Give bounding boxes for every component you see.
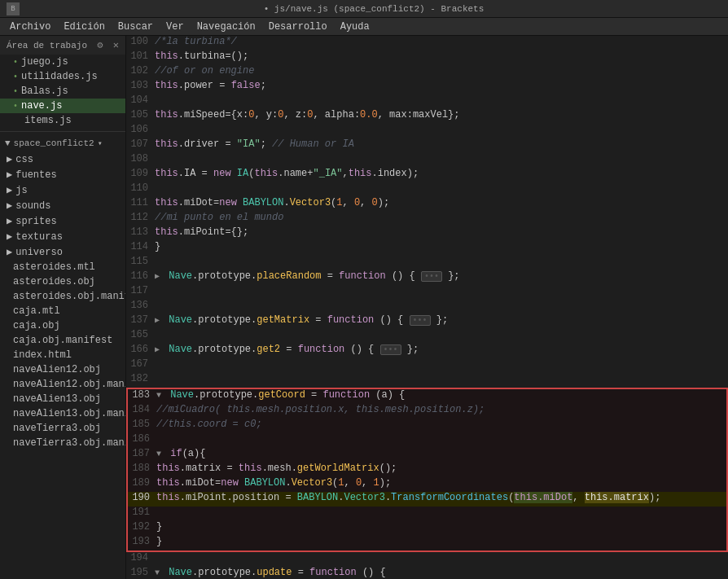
code-line-103: 103 this.power = false; — [126, 80, 728, 94]
code-line-114: 114 } — [126, 241, 728, 256]
code-line-113: 113 this.miPoint={}; — [126, 226, 728, 241]
code-line-191: 191 — [128, 507, 726, 521]
code-line-195: 195 ▼ Nave.prototype.update = function (… — [126, 567, 728, 579]
code-line-192: 192 } — [128, 521, 726, 536]
code-area[interactable]: 100 /*la turbina*/ 101 this.turbina=(); … — [126, 36, 728, 579]
project-header[interactable]: ▼ space_conflict2 ▾ — [0, 135, 125, 151]
code-line-187: 187 ▼ if(a){ — [128, 448, 726, 463]
code-line-104: 104 — [126, 94, 728, 109]
menu-desarrollo[interactable]: Desarrollo — [262, 20, 334, 34]
main-layout: Área de trabajo ⚙ ✕ • juego.js • utilida… — [0, 36, 728, 579]
file-naveTierra3[interactable]: naveTierra3.obj — [0, 421, 125, 436]
code-line-109: 109 this.IA = new IA(this.name+"_IA",thi… — [126, 168, 728, 182]
code-line-116: 116 ▶ Nave.prototype.placeRandom = funct… — [126, 270, 728, 285]
code-line-111: 111 this.miDot=new BABYLON.Vector3(1, 0,… — [126, 197, 728, 212]
menu-ayuda[interactable]: Ayuda — [334, 20, 376, 34]
folder-fuentes[interactable]: ▶ fuentes — [0, 167, 125, 182]
file-navealien13-manif[interactable]: naveAlien13.obj.manif — [0, 406, 125, 421]
file-asteroides-manifest[interactable]: asteroides.obj.manifest — [0, 289, 125, 304]
code-line-101: 101 this.turbina=(); — [126, 50, 728, 65]
folder-sounds[interactable]: ▶ sounds — [0, 198, 125, 213]
folder-texturas[interactable]: ▶ texturas — [0, 229, 125, 244]
window-title: • js/nave.js (space_conflict2) - Bracket… — [26, 4, 721, 14]
menu-ver[interactable]: Ver — [160, 20, 191, 34]
code-line-185: 185 //this.coord = c0; — [128, 419, 726, 433]
code-line-167: 167 — [126, 358, 728, 373]
code-line-106: 106 — [126, 124, 728, 138]
file-caja-obj[interactable]: caja.obj — [0, 318, 125, 333]
code-line-100: 100 /*la turbina*/ — [126, 36, 728, 50]
menu-edicion[interactable]: Edición — [57, 20, 111, 34]
file-caja-manifest[interactable]: caja.obj.manifest — [0, 333, 125, 348]
titlebar: B • js/nave.js (space_conflict2) - Brack… — [0, 0, 728, 18]
code-line-108: 108 — [126, 153, 728, 168]
code-line-137: 137 ▶ Nave.prototype.getMatrix = functio… — [126, 314, 728, 329]
sidebar-file-items[interactable]: items.js — [0, 113, 125, 128]
close-icon[interactable]: ✕ — [113, 39, 119, 51]
code-line-107: 107 this.driver = "IA"; // Human or IA — [126, 138, 728, 153]
menu-archivo[interactable]: Archivo — [3, 20, 57, 34]
workspace-label: Área de trabajo — [7, 41, 87, 50]
selected-range: 183 ▼ Nave.prototype.getCoord = function… — [126, 388, 728, 552]
code-line-115: 115 — [126, 256, 728, 270]
code-line-102: 102 //of or on engine — [126, 65, 728, 80]
app-icon: B — [7, 2, 20, 15]
file-navealien13[interactable]: naveAlien13.obj — [0, 392, 125, 406]
code-line-194: 194 — [126, 552, 728, 567]
gear-icon[interactable]: ⚙ — [97, 39, 103, 51]
folder-js[interactable]: ▶ js — [0, 182, 125, 198]
code-line-186: 186 — [128, 433, 726, 448]
menu-navegacion[interactable]: Navegación — [191, 20, 262, 34]
code-line-166: 166 ▶ Nave.prototype.get2 = function () … — [126, 344, 728, 358]
code-line-136: 136 — [126, 300, 728, 314]
file-index-html[interactable]: index.html — [0, 348, 125, 362]
sidebar-file-nave[interactable]: • nave.js — [0, 99, 125, 113]
code-editor: 100 /*la turbina*/ 101 this.turbina=(); … — [126, 36, 728, 579]
sidebar-file-balas[interactable]: • Balas.js — [0, 84, 125, 99]
sidebar-file-juego[interactable]: • juego.js — [0, 55, 125, 69]
code-line-184: 184 //miCuadro( this.mesh.position.x, th… — [128, 404, 726, 419]
folder-css[interactable]: ▶ css — [0, 151, 125, 167]
menu-buscar[interactable]: Buscar — [112, 20, 160, 34]
folder-universo[interactable]: ▶ universo — [0, 244, 125, 260]
code-line-183: 183 ▼ Nave.prototype.getCoord = function… — [128, 389, 726, 404]
sidebar: Área de trabajo ⚙ ✕ • juego.js • utilida… — [0, 36, 126, 579]
code-line-190: 190 this.miPoint.position = BABYLON.Vect… — [128, 492, 726, 507]
code-line-110: 110 — [126, 182, 728, 197]
file-caja-mtl[interactable]: caja.mtl — [0, 304, 125, 318]
menubar: Archivo Edición Buscar Ver Navegación De… — [0, 18, 728, 36]
file-navealien12[interactable]: naveAlien12.obj — [0, 362, 125, 377]
code-line-182: 182 — [126, 373, 728, 388]
code-lines: 100 /*la turbina*/ 101 this.turbina=(); … — [126, 36, 728, 579]
workspace-header: Área de trabajo ⚙ ✕ — [0, 36, 125, 55]
file-asteroides-mtl[interactable]: asteroides.mtl — [0, 260, 125, 274]
file-navealien12-manif[interactable]: naveAlien12.obj.manif — [0, 377, 125, 392]
code-line-105: 105 this.miSpeed={x:0, y:0, z:0, alpha:0… — [126, 109, 728, 124]
code-line-112: 112 //mi punto en el mundo — [126, 212, 728, 226]
file-asteroides-obj[interactable]: asteroides.obj — [0, 274, 125, 289]
code-line-165: 165 — [126, 329, 728, 344]
code-line-193: 193 } — [128, 536, 726, 550]
sidebar-divider — [0, 131, 125, 132]
folder-sprites[interactable]: ▶ sprites — [0, 213, 125, 229]
file-naveTierra3-manif[interactable]: naveTierra3.obj.manif — [0, 436, 125, 450]
sidebar-file-utilidades[interactable]: • utilidades.js — [0, 69, 125, 84]
code-line-189: 189 this.miDot=new BABYLON.Vector3(1, 0,… — [128, 477, 726, 492]
code-line-188: 188 this.matrix = this.mesh.getWorldMatr… — [128, 463, 726, 477]
code-line-117: 117 — [126, 285, 728, 300]
